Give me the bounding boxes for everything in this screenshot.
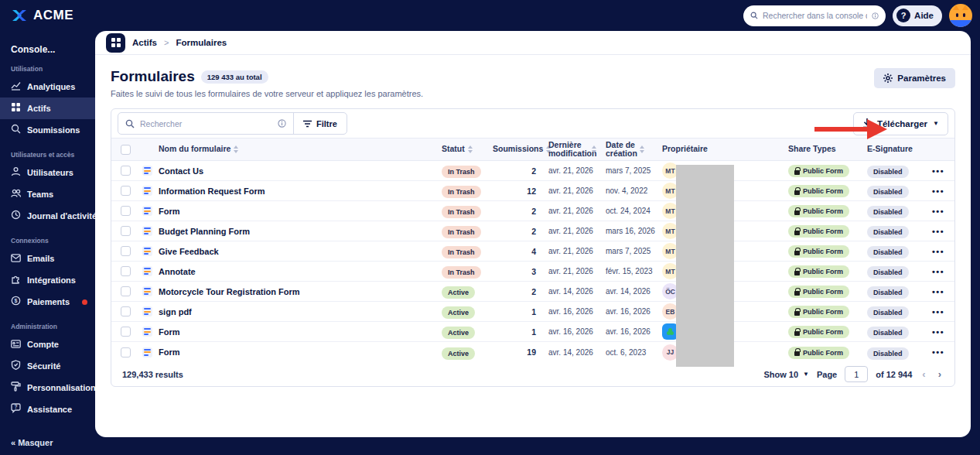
form-name-cell[interactable]: Budget Planning Form [140,226,442,236]
settings-button[interactable]: Paramètres [874,68,955,88]
admin-search[interactable] [743,5,886,26]
sidebar-item-label: Soumissions [27,125,80,135]
row-checkbox[interactable] [121,166,131,176]
col-share-types: Share Types [785,145,862,153]
sort-icon[interactable] [640,145,644,153]
table-search-input[interactable] [140,119,272,128]
form-name-cell[interactable]: Form [140,327,442,337]
row-actions-menu[interactable]: ••• [932,227,954,236]
sidebar-item-emails[interactable]: Emails [0,248,95,269]
sidebar-item-analytiques[interactable]: Analytiques [0,76,95,98]
sidebar-item-paiements[interactable]: $ Paiements [0,291,95,313]
form-name-cell[interactable]: Information Request Form [140,186,442,196]
esignature-badge: Disabled [867,166,909,178]
filter-icon [303,120,312,128]
form-name-cell[interactable]: Motorcycle Tour Registration Form [140,286,442,296]
created-date: mars 7, 2025 [606,166,660,175]
form-name[interactable]: Contact Us [159,166,203,176]
share-type-badge: Public Form [788,165,849,177]
next-page-button[interactable]: › [936,368,944,380]
sidebar-item-assistance[interactable]: ? Assistance [0,399,95,420]
user-avatar[interactable] [949,4,972,27]
form-name-cell[interactable]: Form [140,206,442,216]
col-submissions[interactable]: Soumissions [493,145,548,153]
sort-icon[interactable] [234,145,238,153]
sidebar-item-label: Teams [27,190,53,199]
form-name[interactable]: Motorcycle Tour Registration Form [159,287,300,296]
admin-search-input[interactable] [763,11,867,20]
esignature-badge: Disabled [867,347,909,360]
form-name[interactable]: Budget Planning Form [159,227,250,236]
col-modified[interactable]: Dernière modification [548,141,606,158]
prev-page-button[interactable]: ‹ [920,368,927,380]
form-name[interactable]: Form [159,347,180,357]
show-per-page-select[interactable]: Show 10▼ [763,370,809,379]
console-label[interactable]: Console... [11,44,95,55]
created-date: mars 7, 2025 [606,247,660,255]
created-date: nov. 4, 2022 [606,186,660,195]
row-actions-menu[interactable]: ••• [932,186,954,196]
table-search[interactable] [118,113,293,134]
users-icon [11,187,21,201]
help-button[interactable]: ? Aide [893,5,942,26]
form-name-cell[interactable]: Annotate [140,266,442,276]
row-checkbox[interactable] [121,286,131,296]
mail-icon [11,251,21,265]
page-number-input[interactable] [845,366,868,382]
form-name[interactable]: Information Request Form [159,186,265,196]
sidebar-item-label: Utilisateurs [27,168,73,177]
row-checkbox[interactable] [121,246,131,256]
sidebar-item-utilisateurs[interactable]: Utilisateurs [0,162,95,183]
sidebar-item-int-grations[interactable]: Intégrations [0,269,95,291]
row-checkbox[interactable] [121,226,131,236]
col-status[interactable]: Statut [442,145,493,153]
row-actions-menu[interactable]: ••• [932,207,954,216]
sort-icon[interactable] [468,145,473,153]
row-checkbox[interactable] [121,206,131,216]
submissions-count: 3 [493,267,548,276]
col-name[interactable]: Nom du formulaire [140,145,442,153]
submissions-count: 2 [493,207,548,216]
sidebar-item-actifs[interactable]: Actifs [0,98,95,119]
collapse-sidebar-button[interactable]: « Masquer [11,438,53,447]
row-checkbox[interactable] [121,347,131,358]
form-name-cell[interactable]: Contact Us [140,166,442,176]
row-actions-menu[interactable]: ••• [932,327,954,337]
share-type-badge: Public Form [788,205,849,217]
row-checkbox[interactable] [121,266,131,276]
form-name[interactable]: Give Feedback [159,247,219,256]
select-all-checkbox[interactable] [121,145,131,155]
row-actions-menu[interactable]: ••• [932,247,954,256]
assets-grid-icon[interactable] [106,33,125,53]
sidebar-item-teams[interactable]: Teams [0,183,95,205]
sort-icon[interactable] [592,145,596,153]
form-name[interactable]: Annotate [159,267,196,276]
form-icon [142,246,152,256]
modified-date: avr. 21, 2026 [548,227,606,235]
lock-icon [794,190,800,195]
form-name-cell[interactable]: Give Feedback [140,246,442,256]
row-actions-menu[interactable]: ••• [932,287,954,296]
row-actions-menu[interactable]: ••• [932,307,954,316]
sidebar-item-compte[interactable]: Compte [0,334,95,355]
row-actions-menu[interactable]: ••• [932,166,954,176]
row-checkbox[interactable] [121,306,131,316]
breadcrumb-current[interactable]: Formulaires [176,38,227,47]
form-name[interactable]: Form [159,207,180,216]
form-name-cell[interactable]: Form [140,347,442,358]
form-name[interactable]: Form [159,327,180,337]
sidebar-item-soumissions[interactable]: Soumissions [0,119,95,141]
row-actions-menu[interactable]: ••• [932,267,954,276]
status-badge: In Trash [442,226,481,238]
col-created[interactable]: Date de création [606,141,660,158]
breadcrumb-parent[interactable]: Actifs [132,38,157,47]
form-name-cell[interactable]: sign pdf [140,306,442,316]
row-checkbox[interactable] [121,327,131,337]
form-name[interactable]: sign pdf [159,307,192,316]
sidebar-item-s-curit-[interactable]: Sécurité [0,355,95,377]
row-checkbox[interactable] [121,186,131,196]
row-actions-menu[interactable]: ••• [932,347,954,357]
filter-button[interactable]: Filtre [294,113,347,134]
sidebar-item-journal-d-activit-[interactable]: Journal d'activité [0,205,95,227]
sidebar-item-personnalisation[interactable]: Personnalisation [0,377,95,399]
